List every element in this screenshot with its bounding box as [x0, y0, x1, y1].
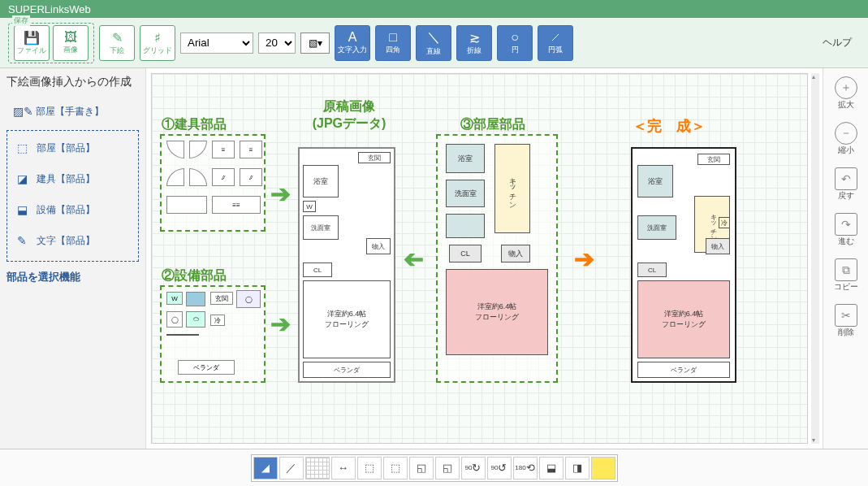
- part-empty[interactable]: [446, 214, 485, 238]
- room-washroom: 洗面室: [303, 215, 339, 240]
- door-arc-icon[interactable]: [166, 141, 184, 158]
- comp-bath: 浴室: [637, 165, 673, 197]
- door-arc2-icon[interactable]: [189, 141, 207, 158]
- pencil-icon: ✎: [112, 30, 123, 46]
- bathtub-icon[interactable]: ◯: [236, 290, 261, 308]
- overlap2-button[interactable]: ◱: [435, 457, 460, 479]
- rotate-180-button[interactable]: 180⟲: [513, 457, 538, 479]
- label-sec3: ③部屋部品: [460, 116, 525, 133]
- complete-floorplan: 浴室 玄関 キッチン 冷 洗面室 物入 CL 洋室約6.4帖 フローリング ベラ…: [631, 147, 736, 383]
- grid-button[interactable]: ♯ グリッド: [140, 25, 175, 61]
- overlap2-icon: ◱: [443, 462, 452, 474]
- room-icon: ⬚: [14, 141, 30, 154]
- part-storage[interactable]: 物入: [501, 245, 530, 263]
- canvas[interactable]: ①建具部品 ≡ ≡ ⫽ ⫽ ≡≡ ②設備部品 W 玄関 ◯ ◯: [151, 73, 808, 444]
- redo-button[interactable]: ↷進む: [835, 213, 857, 247]
- comp-storage: 物入: [706, 238, 730, 254]
- scissors-icon: ✂: [835, 304, 857, 327]
- sidebar-item-equipment-parts[interactable]: ⬓ 設備【部品】: [7, 196, 138, 223]
- sliding2-icon[interactable]: ⫽: [240, 168, 262, 186]
- save-group-label: 保存: [12, 15, 30, 26]
- circle-tool-button[interactable]: ○ 円: [497, 25, 533, 61]
- zoom-out-button[interactable]: －縮小: [835, 122, 857, 156]
- washer-icon[interactable]: W: [166, 292, 183, 305]
- bottom-toolbar-row: ◢ ／ ↔ ⬚ ⬚ ◱ ◱ 90↻ 90↺ 180⟲ ⬓ ◨: [251, 454, 618, 482]
- app-title: SUPERLinksWeb: [8, 3, 91, 15]
- image-icon: 🖼: [64, 30, 77, 45]
- undo-button[interactable]: ↶戻す: [835, 167, 857, 202]
- balcony-text-icon[interactable]: ベランダ: [178, 360, 235, 375]
- plus-icon: ＋: [835, 76, 857, 99]
- sidebar-item-text-parts[interactable]: ✎ 文字【部品】: [7, 227, 138, 254]
- fridge-icon[interactable]: 冷: [210, 315, 225, 326]
- sliding-icon[interactable]: ⫽: [212, 168, 235, 186]
- rotate-90a-button[interactable]: 90↻: [461, 457, 486, 479]
- polyline-icon: ≳: [469, 30, 480, 46]
- basin-icon[interactable]: ⬭: [186, 311, 205, 328]
- polyline-tool-button[interactable]: ≳ 折線: [456, 25, 492, 61]
- flip-v-button[interactable]: ⬓: [539, 457, 564, 479]
- copy-button[interactable]: ⧉コピー: [834, 258, 858, 293]
- wide-window-icon[interactable]: [166, 196, 207, 214]
- door-arc3-icon[interactable]: [166, 168, 184, 186]
- arc-tool-button[interactable]: ⟋ 円弧: [538, 25, 573, 61]
- vertical-scrollbar[interactable]: [811, 73, 819, 444]
- text-tool-button[interactable]: A 文字入力: [335, 25, 370, 61]
- part-kitchen[interactable]: キッチン: [494, 144, 530, 233]
- toilet-icon[interactable]: ◯: [166, 311, 183, 328]
- layer-back-button[interactable]: ⬚: [357, 457, 382, 479]
- help-link[interactable]: ヘルプ: [823, 36, 860, 50]
- equipment-icon: ⬓: [14, 203, 30, 216]
- grid-toggle-button[interactable]: [305, 457, 330, 479]
- eraser-button[interactable]: ◢: [253, 457, 278, 479]
- room-storage: 物入: [366, 238, 391, 254]
- font-select[interactable]: Arial: [180, 33, 253, 54]
- line-edit-button[interactable]: ／: [279, 457, 304, 479]
- file-button[interactable]: 💾 ファイル: [14, 25, 50, 61]
- flip-h-button[interactable]: ◨: [565, 457, 589, 479]
- rotate-90b-button[interactable]: 90↺: [487, 457, 512, 479]
- fixture-palette: ≡ ≡ ⫽ ⫽ ≡≡: [160, 134, 266, 232]
- part-western[interactable]: 洋室約6.4帖 フローリング: [446, 269, 548, 355]
- text-icon: A: [348, 30, 357, 45]
- resize-icon: ↔: [338, 462, 348, 474]
- wide-window2-icon[interactable]: ≡≡: [212, 196, 261, 214]
- main-area: 下絵画像挿入からの作成 ▨✎ 部屋【手書き】 ⬚ 部屋【部品】 ◪ 建具【部品】…: [0, 68, 868, 449]
- line-edit-icon: ／: [286, 461, 296, 475]
- redo-icon: ↷: [835, 213, 857, 236]
- part-washroom[interactable]: 洗面室: [446, 180, 485, 207]
- sidebar-item-fixture-parts[interactable]: ◪ 建具【部品】: [7, 165, 138, 193]
- door-icon: ◪: [14, 172, 30, 185]
- door-arc4-icon[interactable]: [189, 168, 207, 186]
- rail-icon[interactable]: [166, 334, 199, 339]
- sidebar-item-room-parts[interactable]: ⬚ 部屋【部品】: [7, 134, 138, 162]
- sidebar-item-handdraw[interactable]: ▨✎ 部屋【手書き】: [6, 98, 139, 125]
- flip-h-icon: ◨: [572, 462, 582, 474]
- layer-front-button[interactable]: ⬚: [383, 457, 408, 479]
- window-icon[interactable]: ≡: [212, 141, 235, 158]
- comp-washroom: 洗面室: [637, 215, 676, 240]
- flip-v-icon: ⬓: [546, 462, 556, 474]
- part-cl[interactable]: CL: [449, 245, 482, 263]
- delete-button[interactable]: ✂削除: [835, 304, 857, 338]
- entrance-text-icon[interactable]: 玄関: [210, 292, 233, 305]
- sink-icon[interactable]: [186, 292, 205, 306]
- room-western: 洋室約6.4帖 フローリング: [303, 280, 391, 358]
- bottom-toolbar: ◢ ／ ↔ ⬚ ⬚ ◱ ◱ 90↻ 90↺ 180⟲ ⬓ ◨: [0, 449, 868, 486]
- rect-tool-button[interactable]: □ 四角: [375, 25, 411, 61]
- text-part-icon: ✎: [14, 234, 30, 247]
- fontsize-select[interactable]: 20: [258, 33, 296, 54]
- copy-icon: ⧉: [835, 258, 857, 281]
- part-bath[interactable]: 浴室: [446, 144, 485, 173]
- resize-h-button[interactable]: ↔: [331, 457, 356, 479]
- line-tool-button[interactable]: ＼ 直線: [416, 25, 451, 61]
- label-sec1: ①建具部品: [162, 116, 227, 133]
- overlap1-button[interactable]: ◱: [409, 457, 434, 479]
- zoom-in-button[interactable]: ＋拡大: [835, 76, 857, 111]
- trace-button[interactable]: ✎ 下絵: [99, 25, 135, 61]
- color-button[interactable]: [591, 457, 615, 479]
- pattern-select[interactable]: ▧▾: [300, 33, 330, 54]
- window2-icon[interactable]: ≡: [240, 141, 262, 158]
- image-button[interactable]: 🖼 画像: [53, 25, 89, 61]
- comp-cl: CL: [637, 263, 667, 277]
